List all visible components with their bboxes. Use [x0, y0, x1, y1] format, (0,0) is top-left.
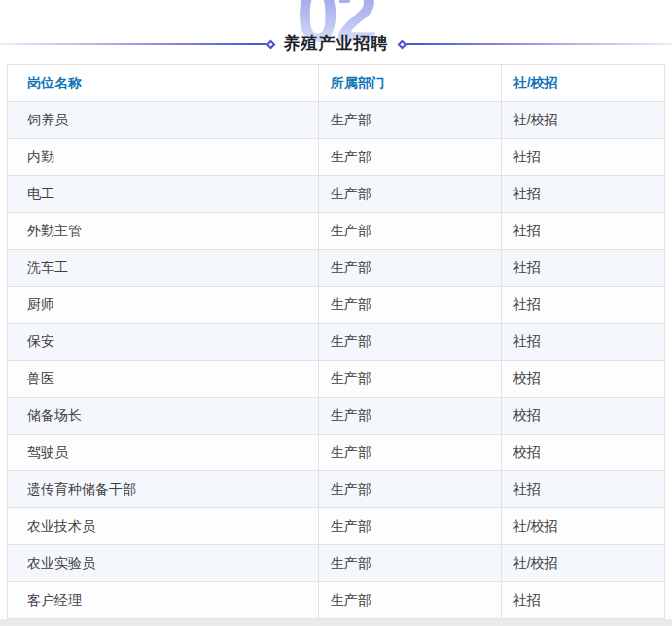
table-row: 内勤生产部社招 [8, 139, 665, 176]
table-header: 岗位名称 所属部门 社/校招 [8, 65, 665, 102]
cell-department: 生产部 [318, 471, 501, 508]
table-row: 农业技术员生产部社/校招 [8, 508, 665, 545]
header-row: 岗位名称 所属部门 社/校招 [8, 65, 665, 102]
cell-position: 客户经理 [8, 582, 319, 619]
cell-recruit-type: 校招 [501, 398, 664, 435]
table-row: 保安生产部社招 [8, 324, 665, 361]
cell-department: 生产部 [318, 287, 501, 324]
table-row: 农业实验员生产部社/校招 [8, 545, 665, 582]
table-row: 遗传育种储备干部生产部社招 [8, 471, 665, 508]
cell-department: 生产部 [318, 139, 501, 176]
table-row: 兽医生产部校招 [8, 361, 665, 398]
cell-recruit-type: 社招 [501, 176, 664, 213]
page-content: 02 养殖产业招聘 岗位名称 所属部门 社/校招 饲养员生产部社/校招内勤生产部… [0, 0, 672, 619]
cell-position: 内勤 [8, 139, 319, 176]
table-row: 储备场长生产部校招 [8, 398, 665, 435]
cell-department: 生产部 [318, 582, 501, 619]
title-line-left [0, 43, 267, 45]
table-body: 饲养员生产部社/校招内勤生产部社招电工生产部社招外勤主管生产部社招洗车工生产部社… [8, 102, 665, 619]
cell-department: 生产部 [318, 213, 501, 250]
cell-department: 生产部 [318, 176, 501, 213]
cell-department: 生产部 [318, 250, 501, 287]
cell-department: 生产部 [318, 102, 501, 139]
cell-recruit-type: 社招 [501, 213, 664, 250]
cell-department: 生产部 [318, 361, 501, 398]
title-line-right [406, 43, 672, 45]
cell-recruit-type: 社招 [501, 287, 664, 324]
cell-department: 生产部 [318, 435, 501, 471]
table-row: 客户经理生产部社招 [8, 582, 665, 619]
column-header-department: 所属部门 [318, 65, 501, 102]
cell-position: 储备场长 [8, 398, 319, 435]
cell-recruit-type: 社/校招 [501, 545, 664, 582]
cell-position: 遗传育种储备干部 [8, 471, 319, 508]
cell-department: 生产部 [318, 324, 501, 361]
table-row: 外勤主管生产部社招 [8, 213, 665, 250]
cell-position: 洗车工 [8, 250, 319, 287]
cell-position: 外勤主管 [8, 213, 319, 250]
cell-recruit-type: 社招 [501, 582, 664, 619]
cell-position: 兽医 [8, 361, 319, 398]
cell-department: 生产部 [318, 545, 501, 582]
table-row: 驾驶员生产部校招 [8, 435, 665, 471]
section-title-row: 养殖产业招聘 [0, 33, 672, 54]
table-row: 饲养员生产部社/校招 [8, 102, 665, 139]
diamond-icon [397, 39, 407, 49]
cell-recruit-type: 校招 [501, 435, 664, 471]
cell-position: 电工 [8, 176, 319, 213]
cell-recruit-type: 社招 [501, 324, 664, 361]
cell-recruit-type: 社/校招 [501, 102, 664, 139]
cell-department: 生产部 [318, 398, 501, 435]
cell-recruit-type: 社招 [501, 139, 664, 176]
cell-position: 驾驶员 [8, 435, 319, 471]
cell-recruit-type: 社招 [501, 471, 664, 508]
cell-recruit-type: 校招 [501, 361, 664, 398]
cell-position: 饲养员 [8, 102, 319, 139]
table-row: 洗车工生产部社招 [8, 250, 665, 287]
cell-recruit-type: 社招 [501, 250, 664, 287]
diamond-icon [265, 39, 275, 49]
cell-department: 生产部 [318, 508, 501, 545]
column-header-position: 岗位名称 [8, 65, 319, 102]
table-row: 厨师生产部社招 [8, 287, 665, 324]
table-row: 电工生产部社招 [8, 176, 665, 213]
cell-recruit-type: 社/校招 [501, 508, 664, 545]
column-header-recruit-type: 社/校招 [501, 65, 664, 102]
cell-position: 保安 [8, 324, 319, 361]
recruitment-table: 岗位名称 所属部门 社/校招 饲养员生产部社/校招内勤生产部社招电工生产部社招外… [7, 64, 665, 619]
cell-position: 厨师 [8, 287, 319, 324]
cell-position: 农业技术员 [8, 508, 319, 545]
cell-position: 农业实验员 [8, 545, 319, 582]
section-title: 养殖产业招聘 [284, 33, 389, 54]
section-header: 02 养殖产业招聘 [0, 0, 672, 64]
